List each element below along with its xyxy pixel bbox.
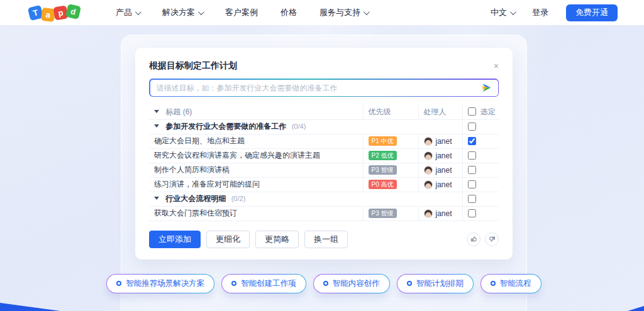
row-checkbox[interactable] — [468, 195, 476, 203]
circle-bullet-icon — [407, 281, 412, 286]
plan-table: 标题 (6) 优先级 处理人 选定 参加开发行业大会需要做的准备工作 (0/4) — [149, 105, 499, 221]
main-nav: 产品 解决方案 客户案例 价格 服务与支持 — [116, 7, 368, 18]
row-checkbox[interactable] — [468, 137, 476, 145]
task-title: 制作个人简历和演讲稿 — [149, 163, 363, 177]
task-row[interactable]: 确定大会日期、地点和主题 P1 中优 janet — [149, 134, 499, 148]
task-title: 研究大会议程和演讲嘉宾，确定感兴趣的演讲主题 — [149, 148, 363, 163]
nav-item-support[interactable]: 服务与支持 — [319, 7, 368, 18]
nav-item-products[interactable]: 产品 — [116, 7, 140, 18]
group-row[interactable]: 参加开发行业大会需要做的准备工作 (0/4) — [149, 119, 499, 134]
assignee-cell: janet — [424, 137, 457, 146]
thumbs-up-icon — [470, 236, 477, 243]
row-checkbox[interactable] — [468, 209, 476, 217]
signup-button[interactable]: 免费开通 — [566, 4, 618, 21]
top-navbar: T a p d 产品 解决方案 客户案例 价格 服务与支持 中文 登录 免费开通 — [0, 0, 644, 25]
nav-item-customer-cases[interactable]: 客户案例 — [225, 7, 258, 18]
chevron-down-icon — [135, 9, 142, 15]
row-checkbox[interactable] — [468, 180, 476, 188]
selected-column-header: 选定 — [462, 105, 499, 119]
group-title: 参加开发行业大会需要做的准备工作 — [165, 122, 286, 131]
circle-bullet-icon — [116, 281, 121, 286]
chevron-down-icon — [510, 9, 516, 15]
chevron-down-icon — [364, 9, 370, 15]
group-title: 行业大会流程明细 — [165, 194, 226, 203]
close-icon[interactable]: × — [494, 62, 499, 70]
nav-item-label: 解决方案 — [162, 7, 195, 18]
more-brief-button[interactable]: 更简略 — [255, 231, 299, 248]
modal-header: 根据目标制定工作计划 × — [149, 60, 499, 72]
nav-item-label: 产品 — [116, 7, 132, 18]
pill-smart-plan-scheduling[interactable]: 智能计划排期 — [397, 274, 474, 293]
task-row[interactable]: 制作个人简历和演讲稿 P3 暂缓 janet — [149, 163, 499, 177]
goal-input[interactable] — [157, 84, 477, 92]
row-checkbox[interactable] — [468, 166, 476, 174]
task-row[interactable]: 获取大会门票和住宿预订 P3 暂缓 janet — [149, 206, 499, 221]
nav-right: 中文 登录 免费开通 — [491, 4, 618, 21]
send-icon[interactable] — [482, 83, 492, 92]
nav-item-solutions[interactable]: 解决方案 — [162, 7, 203, 18]
task-title: 练习演讲，准备应对可能的提问 — [149, 177, 363, 192]
assignee-name: janet — [436, 180, 452, 189]
collapse-arrow-icon[interactable] — [154, 110, 159, 113]
task-row[interactable]: 研究大会议程和演讲嘉宾，确定感兴趣的演讲主题 P2 低优 janet — [149, 148, 499, 163]
pill-smart-create-work-items[interactable]: 智能创建工作项 — [221, 274, 306, 293]
collapse-arrow-icon[interactable] — [154, 197, 159, 200]
assignee-cell: janet — [424, 180, 457, 189]
avatar — [424, 180, 433, 189]
login-link[interactable]: 登录 — [532, 7, 548, 18]
assignee-cell: janet — [424, 151, 457, 160]
thumbs-down-icon — [489, 236, 496, 243]
select-all-checkbox[interactable] — [468, 107, 476, 116]
more-detailed-button[interactable]: 更细化 — [206, 231, 250, 248]
group-count: (0/4) — [292, 123, 306, 130]
task-title: 获取大会门票和住宿预订 — [149, 206, 363, 221]
task-row[interactable]: 练习演讲，准备应对可能的提问 P0 高优 janet — [149, 177, 499, 192]
language-selector[interactable]: 中文 — [491, 7, 514, 18]
row-checkbox[interactable] — [468, 123, 476, 131]
pill-smart-workflow[interactable]: 智能流程 — [480, 274, 541, 293]
pill-label: 智能内容创作 — [333, 278, 380, 289]
decorative-wave-left — [0, 303, 60, 311]
assignee-name: janet — [436, 209, 452, 218]
tapd-logo[interactable]: T a p d — [29, 2, 83, 23]
circle-bullet-icon — [491, 281, 496, 286]
priority-badge: P2 低优 — [369, 151, 397, 160]
pill-smart-content-creation[interactable]: 智能内容创作 — [313, 274, 390, 293]
assignee-name: janet — [436, 166, 452, 175]
priority-badge: P0 高优 — [369, 180, 397, 189]
nav-item-pricing[interactable]: 价格 — [280, 7, 297, 18]
circle-bullet-icon — [323, 281, 328, 286]
thumbs-down-button[interactable] — [485, 232, 499, 246]
task-title: 确定大会日期、地点和主题 — [149, 134, 363, 148]
goal-input-wrapper — [149, 79, 499, 97]
priority-badge: P3 暂缓 — [369, 165, 397, 175]
assignee-cell: janet — [424, 166, 457, 175]
table-header-row: 标题 (6) 优先级 处理人 选定 — [149, 105, 499, 119]
avatar — [424, 137, 433, 146]
priority-badge: P3 暂缓 — [369, 209, 397, 218]
priority-column-header: 优先级 — [363, 105, 418, 119]
nav-item-label: 客户案例 — [225, 7, 258, 18]
group-count: (0/2) — [231, 195, 246, 202]
pill-label: 智能推荐场景解决方案 — [126, 278, 204, 289]
add-now-button[interactable]: 立即添加 — [149, 231, 201, 248]
ai-feature-pills: 智能推荐场景解决方案 智能创建工作项 智能内容创作 智能计划排期 智能流程 — [121, 274, 526, 293]
nav-item-label: 价格 — [280, 7, 297, 18]
regenerate-button[interactable]: 换一组 — [304, 231, 348, 248]
collapse-arrow-icon[interactable] — [154, 124, 159, 128]
priority-badge: P1 中优 — [369, 136, 397, 146]
assignee-name: janet — [436, 151, 452, 160]
avatar — [424, 166, 433, 175]
pill-label: 智能创建工作项 — [241, 278, 296, 289]
thumbs-up-button[interactable] — [467, 232, 480, 246]
avatar — [424, 151, 433, 160]
assignee-column-header: 处理人 — [418, 105, 462, 119]
nav-item-label: 服务与支持 — [319, 7, 360, 18]
row-checkbox[interactable] — [468, 151, 476, 160]
language-label: 中文 — [491, 7, 507, 18]
feedback-buttons — [467, 232, 499, 246]
pill-label: 智能流程 — [500, 278, 531, 289]
pill-smart-scenario-solutions[interactable]: 智能推荐场景解决方案 — [106, 274, 214, 293]
circle-bullet-icon — [231, 281, 236, 286]
group-row[interactable]: 行业大会流程明细 (0/2) — [149, 192, 499, 206]
